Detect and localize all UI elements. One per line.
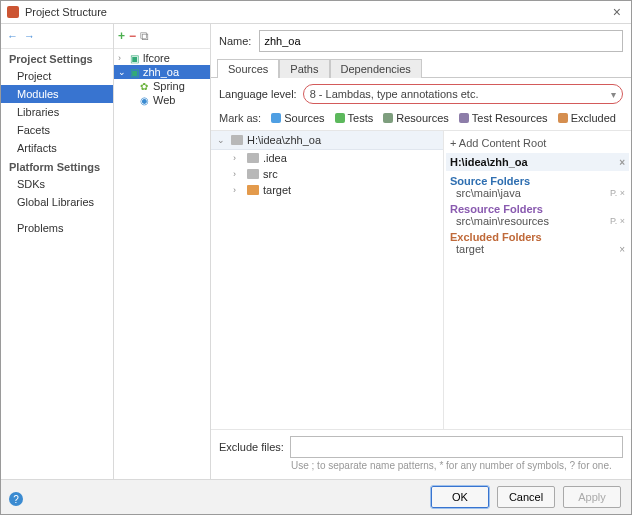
mark-as-excluded-button[interactable]: Excluded xyxy=(558,112,616,124)
tab-sources[interactable]: Sources xyxy=(217,59,279,78)
remove-module-icon[interactable]: − xyxy=(129,29,136,43)
sidebar-section-project-settings: Project Settings xyxy=(1,49,113,67)
sidebar-nav-toolbar: ← → xyxy=(1,24,113,49)
copy-module-icon[interactable]: ⧉ xyxy=(140,29,149,43)
folder-tree-root-label: H:\idea\zhh_oa xyxy=(247,134,321,146)
remove-entry-icon[interactable]: × xyxy=(619,244,625,255)
sources-tab-content: Language level: 8 - Lambdas, type annota… xyxy=(211,78,631,479)
content-folder-tree[interactable]: ⌄ H:\idea\zhh_oa ›.idea›src›target xyxy=(211,131,444,429)
close-icon[interactable]: × xyxy=(609,4,625,20)
roots-group-source-folders: Source Folders xyxy=(450,175,625,187)
mark-as-label-text: Excluded xyxy=(571,112,616,124)
sidebar-item-modules[interactable]: Modules xyxy=(1,85,113,103)
mark-as-resources-button[interactable]: Resources xyxy=(383,112,449,124)
language-level-label: Language level: xyxy=(219,88,297,100)
module-tree-item-zhh_oa[interactable]: ⌄▣zhh_oa xyxy=(114,65,210,79)
nav-back-icon[interactable]: ← xyxy=(7,30,18,42)
folder-color-icon xyxy=(558,113,568,123)
roots-entry-path: src\main\resources xyxy=(456,215,549,227)
module-tree-item-lfcore[interactable]: ›▣lfcore xyxy=(114,51,210,65)
add-content-root-button[interactable]: + Add Content Root xyxy=(450,135,625,151)
module-tree[interactable]: ›▣lfcore⌄▣zhh_oa✿Spring◉Web xyxy=(114,49,210,479)
mark-as-tests-button[interactable]: Tests xyxy=(335,112,374,124)
folder-icon xyxy=(247,169,259,179)
mark-as-sources-button[interactable]: Sources xyxy=(271,112,324,124)
window-title: Project Structure xyxy=(25,6,609,18)
chevron-right-icon[interactable]: › xyxy=(233,185,243,195)
tab-dependencies[interactable]: Dependencies xyxy=(330,59,422,78)
mark-as-label: Mark as: xyxy=(219,112,261,124)
module-tree-panel: + − ⧉ ›▣lfcore⌄▣zhh_oa✿Spring◉Web xyxy=(114,24,211,479)
chevron-right-icon[interactable]: › xyxy=(233,153,243,163)
web-icon: ◉ xyxy=(138,94,150,106)
entry-actions[interactable]: P. × xyxy=(610,188,625,198)
nav-forward-icon[interactable]: → xyxy=(24,30,35,42)
roots-entry[interactable]: target× xyxy=(450,243,625,255)
exclude-files-label: Exclude files: xyxy=(219,441,284,453)
roots-entry[interactable]: src\main\javaP. × xyxy=(450,187,625,199)
dialog-button-row: OK Cancel Apply xyxy=(1,479,631,514)
language-level-select[interactable]: 8 - Lambdas, type annotations etc. xyxy=(303,84,623,104)
cancel-button[interactable]: Cancel xyxy=(497,486,555,508)
chevron-down-icon: ⌄ xyxy=(217,135,227,145)
sidebar-item-facets[interactable]: Facets xyxy=(1,121,113,139)
titlebar: Project Structure × xyxy=(1,1,631,24)
name-label: Name: xyxy=(219,35,251,47)
folder-tree-item-label: .idea xyxy=(263,152,287,164)
sources-split: ⌄ H:\idea\zhh_oa ›.idea›src›target + Add… xyxy=(211,130,631,429)
mark-as-label-text: Tests xyxy=(348,112,374,124)
module-tree-item-label: zhh_oa xyxy=(143,66,179,78)
sidebar-item-artifacts[interactable]: Artifacts xyxy=(1,139,113,157)
module-tree-toolbar: + − ⧉ xyxy=(114,24,210,49)
module-icon: ▣ xyxy=(128,52,140,64)
mark-as-test-resources-button[interactable]: Test Resources xyxy=(459,112,548,124)
mark-as-label-text: Test Resources xyxy=(472,112,548,124)
sidebar-item-libraries[interactable]: Libraries xyxy=(1,103,113,121)
tab-paths[interactable]: Paths xyxy=(279,59,329,78)
roots-entry-path: target xyxy=(456,243,484,255)
help-icon[interactable]: ? xyxy=(9,492,23,506)
sidebar-item-sdks[interactable]: SDKs xyxy=(1,175,113,193)
folder-color-icon xyxy=(459,113,469,123)
sidebar-item-project[interactable]: Project xyxy=(1,67,113,85)
folder-tree-item-label: src xyxy=(263,168,278,180)
folder-icon xyxy=(247,153,259,163)
chevron-right-icon[interactable]: › xyxy=(233,169,243,179)
module-tree-item-label: Web xyxy=(153,94,175,106)
folder-tree-item-target[interactable]: ›target xyxy=(211,182,443,198)
module-tabs: SourcesPathsDependencies xyxy=(211,58,631,78)
sidebar-item-problems[interactable]: Problems xyxy=(1,219,113,237)
expander-icon[interactable]: › xyxy=(118,53,128,63)
exclude-files-input[interactable] xyxy=(290,436,623,458)
expander-icon[interactable]: ⌄ xyxy=(118,67,128,77)
folder-color-icon xyxy=(335,113,345,123)
folder-tree-item-src[interactable]: ›src xyxy=(211,166,443,182)
sidebar-item-global-libraries[interactable]: Global Libraries xyxy=(1,193,113,211)
apply-button: Apply xyxy=(563,486,621,508)
folder-icon xyxy=(231,135,243,145)
remove-content-root-icon[interactable]: × xyxy=(619,157,625,168)
roots-group-resource-folders: Resource Folders xyxy=(450,203,625,215)
app-icon xyxy=(7,6,19,18)
module-icon: ▣ xyxy=(128,66,140,78)
folder-tree-item-label: target xyxy=(263,184,291,196)
module-tree-item-web[interactable]: ◉Web xyxy=(114,93,210,107)
exclude-files-hint: Use ; to separate name patterns, * for a… xyxy=(211,458,631,479)
content-root-path-label: H:\idea\zhh_oa xyxy=(450,156,528,168)
module-tree-item-spring[interactable]: ✿Spring xyxy=(114,79,210,93)
roots-entry[interactable]: src\main\resourcesP. × xyxy=(450,215,625,227)
content-root-path[interactable]: H:\idea\zhh_oa × xyxy=(446,153,629,171)
entry-actions[interactable]: P. × xyxy=(610,216,625,226)
sidebar-section-platform-settings: Platform Settings xyxy=(1,157,113,175)
project-structure-dialog: Project Structure × ← → Project Settings… xyxy=(0,0,632,515)
module-name-input[interactable] xyxy=(259,30,623,52)
folder-tree-item-idea[interactable]: ›.idea xyxy=(211,150,443,166)
folder-tree-root[interactable]: ⌄ H:\idea\zhh_oa xyxy=(211,131,443,150)
language-level-value: 8 - Lambdas, type annotations etc. xyxy=(310,88,479,100)
ok-button[interactable]: OK xyxy=(431,486,489,508)
spring-icon: ✿ xyxy=(138,80,150,92)
add-module-icon[interactable]: + xyxy=(118,29,125,43)
mark-as-label-text: Resources xyxy=(396,112,449,124)
settings-sidebar: ← → Project Settings ProjectModulesLibra… xyxy=(1,24,114,479)
mark-as-row: Mark as: SourcesTestsResourcesTest Resou… xyxy=(211,110,631,130)
